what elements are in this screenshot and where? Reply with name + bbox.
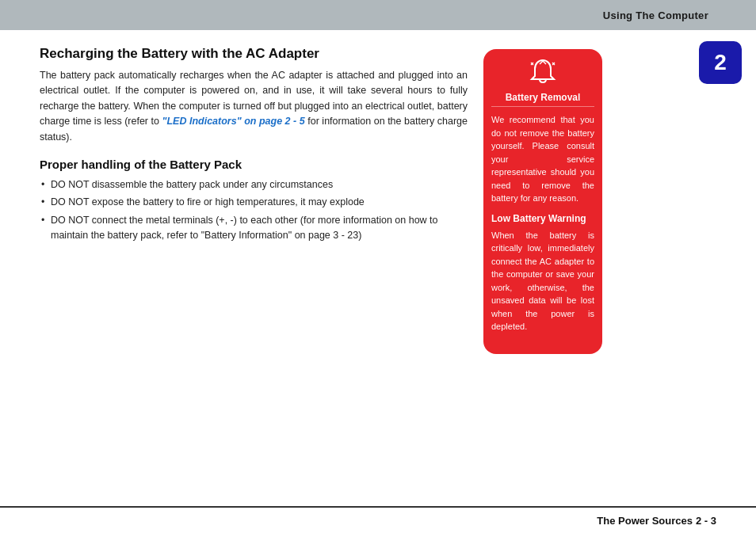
battery-removal-title: Battery Removal	[491, 92, 594, 107]
main-content: Recharging the Battery with the AC Adapt…	[0, 30, 756, 362]
footer-bar: The Power Sources 2 - 3	[0, 506, 756, 533]
page-container: Using The Computer 2 Recharging the Batt…	[0, 0, 756, 533]
bullet-list: DO NOT disassemble the battery pack unde…	[40, 177, 468, 244]
chapter-badge: 2	[699, 41, 742, 84]
header-title: Using The Computer	[603, 10, 708, 21]
led-link[interactable]: "LED Indicators" on page 2 - 5	[162, 116, 305, 127]
bullet-item-2: DO NOT expose the battery to fire or hig…	[40, 195, 468, 210]
battery-removal-body: We recommend that you do not remove the …	[491, 113, 594, 205]
recharging-body: The battery pack automatically recharges…	[40, 68, 468, 145]
text-content: Recharging the Battery with the AC Adapt…	[40, 46, 468, 354]
footer-text: The Power Sources	[597, 515, 693, 527]
battery-removal-icon	[527, 59, 559, 87]
handling-section: Proper handling of the Battery Pack DO N…	[40, 158, 468, 244]
footer-page-number: 2 - 3	[696, 515, 716, 527]
top-header: Using The Computer	[0, 0, 756, 30]
bullet-item-3: DO NOT connect the metal terminals (+, -…	[40, 213, 468, 244]
recharging-section: Recharging the Battery with the AC Adapt…	[40, 46, 468, 145]
sidebar-box: Battery Removal We recommend that you do…	[483, 49, 602, 354]
low-battery-body: When the battery is critically low, imme…	[491, 229, 594, 333]
battery-info-link[interactable]: "Battery Information" on page 3 - 23	[201, 230, 359, 241]
low-battery-title: Low Battery Warning	[491, 213, 594, 224]
battery-icon-wrapper	[491, 59, 594, 87]
recharging-title: Recharging the Battery with the AC Adapt…	[40, 46, 468, 62]
chapter-number: 2	[714, 50, 727, 75]
bullet-item-1: DO NOT disassemble the battery pack unde…	[40, 177, 468, 192]
handling-title: Proper handling of the Battery Pack	[40, 158, 468, 171]
